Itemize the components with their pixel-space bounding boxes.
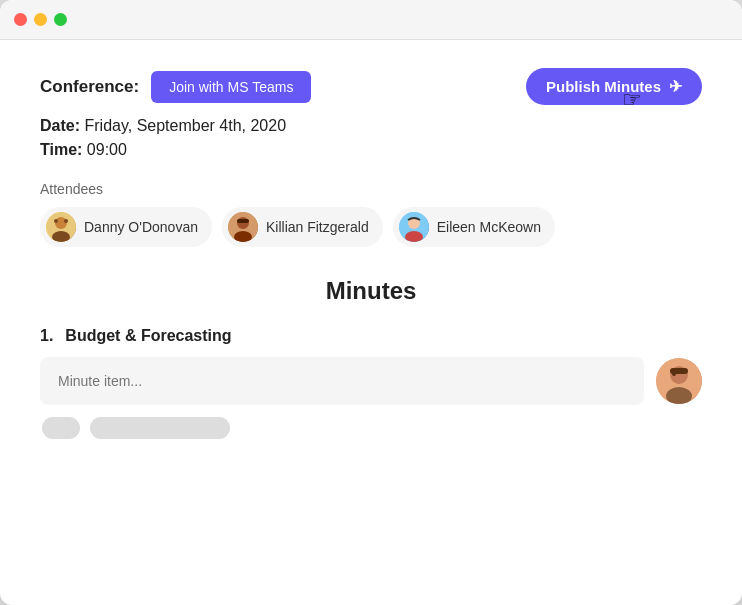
maximize-button[interactable]: [54, 13, 67, 26]
conference-left: Conference: Join with MS Teams: [40, 71, 311, 103]
avatar-killian: [228, 212, 258, 242]
svg-point-16: [672, 372, 676, 376]
publish-minutes-button[interactable]: Publish Minutes ✈: [526, 68, 702, 105]
svg-point-1: [55, 217, 67, 229]
minutes-title: Minutes: [40, 277, 702, 305]
traffic-lights: [14, 13, 67, 26]
conference-row: Conference: Join with MS Teams Publish M…: [40, 68, 702, 105]
date-row: Date: Friday, September 4th, 2020: [40, 117, 702, 135]
avatar-danny: [46, 212, 76, 242]
add-button[interactable]: [42, 417, 80, 439]
attendees-list: Danny O'Donovan Killian Fitzgerald: [40, 207, 702, 247]
minimize-button[interactable]: [34, 13, 47, 26]
svg-point-4: [64, 219, 68, 223]
time-row: Time: 09:00: [40, 141, 702, 159]
minutes-section: Minutes 1. Budget & Forecasting: [40, 277, 702, 439]
close-button[interactable]: [14, 13, 27, 26]
minute-input-1[interactable]: [40, 357, 644, 405]
main-content: Conference: Join with MS Teams Publish M…: [0, 40, 742, 489]
svg-rect-8: [237, 219, 249, 223]
bottom-bar: [40, 417, 702, 439]
attendee-name-danny: Danny O'Donovan: [84, 219, 198, 235]
send-icon: ✈: [669, 77, 682, 96]
avatar-eileen: [399, 212, 429, 242]
attendee-chip-killian[interactable]: Killian Fitzgerald: [222, 207, 383, 247]
attendees-label: Attendees: [40, 181, 702, 197]
conference-label: Conference:: [40, 77, 139, 97]
app-window: Conference: Join with MS Teams Publish M…: [0, 0, 742, 605]
publish-area: Publish Minutes ✈ ☞: [526, 68, 702, 105]
attendee-name-killian: Killian Fitzgerald: [266, 219, 369, 235]
attendee-chip-danny[interactable]: Danny O'Donovan: [40, 207, 212, 247]
time-value: 09:00: [87, 141, 127, 158]
attendees-section: Attendees Danny O'Donovan: [40, 181, 702, 247]
user-avatar-large: [656, 358, 702, 404]
attendee-chip-eileen[interactable]: Eileen McKeown: [393, 207, 555, 247]
agenda-number-1: 1.: [40, 327, 53, 345]
agenda-item-1: 1. Budget & Forecasting: [40, 327, 702, 439]
time-label: Time:: [40, 141, 82, 158]
date-label: Date:: [40, 117, 80, 134]
attendee-name-eileen: Eileen McKeown: [437, 219, 541, 235]
titlebar: [0, 0, 742, 40]
publish-label: Publish Minutes: [546, 78, 661, 95]
agenda-title-1: Budget & Forecasting: [65, 327, 231, 345]
bottom-input[interactable]: [90, 417, 230, 439]
agenda-heading-1: 1. Budget & Forecasting: [40, 327, 702, 345]
date-value: Friday, September 4th, 2020: [84, 117, 286, 134]
svg-point-3: [54, 219, 58, 223]
join-teams-button[interactable]: Join with MS Teams: [151, 71, 311, 103]
minute-input-row-1: [40, 357, 702, 405]
